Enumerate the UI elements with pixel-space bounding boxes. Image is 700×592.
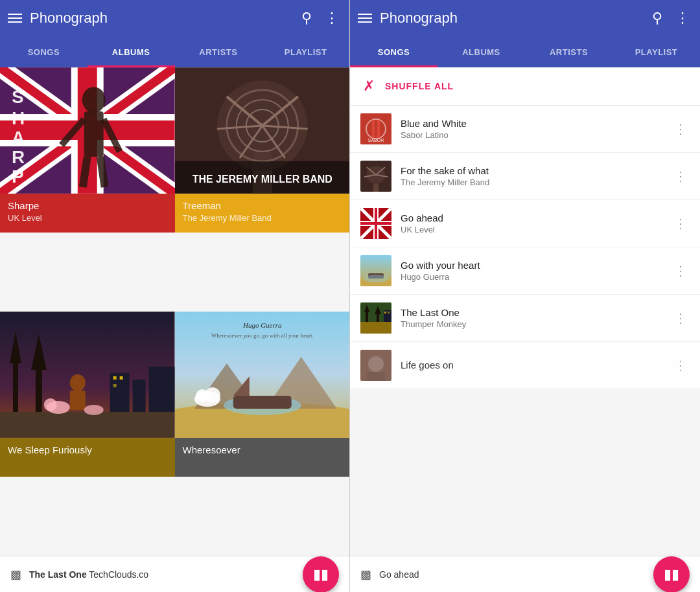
right-more-icon[interactable]: ⋮	[673, 7, 692, 29]
shuffle-all-button[interactable]: ✗ SHUFFLE ALL	[350, 67, 700, 106]
album-treeman-name: Treeman	[183, 200, 342, 212]
song-artist-go-ahead: UK Level	[401, 225, 662, 234]
svg-rect-37	[13, 363, 18, 412]
svg-point-47	[70, 374, 86, 391]
svg-line-15	[100, 157, 105, 187]
svg-rect-36	[0, 412, 175, 438]
song-artist-blue-white: Sabor Latino	[401, 130, 662, 140]
song-menu-go-heart[interactable]: ⋮	[671, 260, 690, 281]
svg-text:THE JEREMY MILLER BAND: THE JEREMY MILLER BAND	[192, 174, 332, 185]
left-tab-playlist[interactable]: PLAYLIST	[262, 36, 349, 67]
right-tab-artists[interactable]: ARTISTS	[525, 36, 612, 67]
left-menu-icon[interactable]	[8, 14, 22, 23]
svg-rect-99	[367, 372, 385, 381]
song-thumb-last-one	[360, 302, 391, 334]
left-app-title: Phonograph	[30, 10, 291, 27]
song-artist-for-sake: The Jeremy Miller Band	[401, 177, 662, 187]
right-search-icon[interactable]: ⚲	[649, 7, 665, 29]
right-header: Phonograph ⚲ ⋮	[350, 0, 700, 36]
svg-line-14	[83, 157, 88, 187]
left-more-icon[interactable]: ⋮	[322, 7, 342, 29]
svg-rect-89	[360, 322, 391, 334]
left-pause-icon: ▮▮	[313, 566, 329, 583]
song-details-for-sake: For the sake of what The Jeremy Miller B…	[401, 165, 662, 187]
svg-text:P: P	[12, 166, 24, 187]
song-name-go-ahead: Go ahead	[401, 212, 662, 223]
svg-rect-66	[372, 120, 375, 138]
left-bottom-bar: ▩ The Last One TechClouds.co ▮▮	[0, 556, 349, 592]
left-now-playing: The Last One TechClouds.co	[29, 569, 148, 580]
left-tab-albums[interactable]: ALBUMS	[88, 36, 175, 67]
right-tab-playlist[interactable]: PLAYLIST	[612, 36, 700, 67]
svg-rect-44	[113, 376, 117, 380]
right-tab-albums[interactable]: ALBUMS	[438, 36, 525, 67]
album-item-wsf[interactable]: We Sleep Furiously	[0, 312, 175, 477]
right-equalizer-icon: ▩	[360, 567, 371, 582]
svg-rect-45	[120, 376, 123, 380]
song-item-go-ahead: Go ahead UK Level ⋮	[350, 200, 700, 247]
right-pause-fab[interactable]: ▮▮	[653, 556, 690, 593]
song-menu-go-ahead[interactable]: ⋮	[671, 213, 690, 234]
album-sharpe-name: Sharpe	[8, 200, 167, 212]
svg-point-51	[84, 405, 104, 415]
svg-point-98	[368, 356, 384, 372]
song-name-last-one: The Last One	[401, 307, 662, 318]
svg-rect-83	[360, 222, 391, 225]
right-tab-songs[interactable]: SONGS	[350, 36, 438, 67]
song-details-blue-white: Blue and White Sabor Latino	[401, 118, 662, 140]
svg-rect-57	[233, 396, 291, 409]
right-bottom-bar: ▩ Go ahead ▮▮	[350, 556, 700, 592]
song-menu-life-goes-on[interactable]: ⋮	[671, 355, 690, 376]
svg-rect-96	[388, 312, 390, 313]
shuffle-icon: ✗	[363, 78, 375, 95]
svg-rect-39	[36, 370, 42, 412]
left-panel: Phonograph ⚲ ⋮ SONGS ALBUMS ARTISTS PLAY…	[0, 0, 350, 592]
album-grid: S H A R P Sharpe UK Level	[0, 67, 349, 556]
song-details-last-one: The Last One Thumper Monkey	[401, 307, 662, 329]
svg-point-50	[44, 398, 57, 411]
song-name-go-heart: Go with your heart	[401, 260, 662, 271]
song-thumb-go-heart	[360, 255, 391, 286]
song-name-for-sake: For the sake of what	[401, 165, 662, 176]
album-item-wheresoever[interactable]: Hugo Guerra Wheresoever you go, go with …	[175, 312, 350, 477]
album-item-sharpe[interactable]: S H A R P Sharpe UK Level	[0, 67, 175, 233]
svg-text:Hugo Guerra: Hugo Guerra	[242, 321, 282, 329]
song-menu-last-one[interactable]: ⋮	[671, 308, 690, 328]
left-search-icon[interactable]: ⚲	[299, 7, 314, 29]
song-menu-blue-white[interactable]: ⋮	[671, 119, 690, 139]
left-pause-fab[interactable]: ▮▮	[303, 556, 339, 593]
right-app-title: Phonograph	[380, 10, 642, 27]
song-item-last-one: The Last One Thumper Monkey ⋮	[350, 295, 700, 342]
svg-rect-43	[149, 367, 175, 412]
song-thumb-go-ahead	[360, 208, 391, 239]
right-tabs: SONGS ALBUMS ARTISTS PLAYLIST	[350, 36, 700, 67]
song-menu-for-sake[interactable]: ⋮	[671, 166, 690, 187]
left-header: Phonograph ⚲ ⋮	[0, 0, 349, 36]
song-artist-go-heart: Hugo Guerra	[401, 272, 662, 282]
svg-rect-67	[377, 120, 380, 138]
right-panel: Phonograph ⚲ ⋮ SONGS ALBUMS ARTISTS PLAY…	[350, 0, 700, 592]
left-tab-artists[interactable]: ARTISTS	[175, 36, 262, 67]
svg-text:Wheresoever you go, go with al: Wheresoever you go, go with all your hea…	[211, 332, 313, 339]
svg-rect-92	[377, 314, 379, 322]
svg-rect-90	[366, 312, 368, 322]
album-wheresoever-name: Wheresoever	[183, 444, 342, 456]
svg-point-61	[204, 387, 220, 403]
song-thumb-life-goes-on	[360, 350, 391, 381]
svg-text:R: R	[12, 147, 25, 167]
album-item-treeman[interactable]: THE JEREMY MILLER BAND Treeman The Jerem…	[175, 67, 350, 233]
right-menu-icon[interactable]	[358, 14, 372, 23]
album-treeman-artist: The Jeremy Miller Band	[183, 213, 342, 223]
song-item-go-heart: Go with your heart Hugo Guerra ⋮	[350, 247, 700, 295]
svg-text:SABOR: SABOR	[368, 138, 384, 142]
svg-point-87	[363, 275, 389, 282]
song-details-go-heart: Go with your heart Hugo Guerra	[401, 260, 662, 282]
album-wsf-name: We Sleep Furiously	[8, 444, 167, 456]
songs-content: ✗ SHUFFLE ALL SABOR Blue and White Sabor…	[350, 67, 700, 556]
svg-rect-11	[84, 111, 104, 157]
right-now-playing: Go ahead	[379, 569, 419, 580]
left-tab-songs[interactable]: SONGS	[0, 36, 88, 67]
svg-rect-42	[133, 380, 146, 412]
svg-point-10	[82, 87, 106, 113]
left-equalizer-icon: ▩	[10, 567, 21, 582]
